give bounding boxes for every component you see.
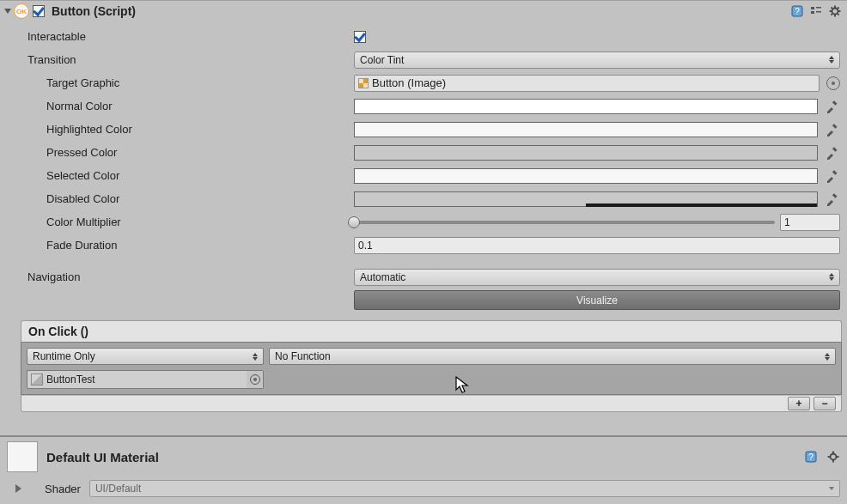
svg-line-13 — [838, 8, 839, 9]
target-graphic-row: Target Graphic Button (Image) — [21, 71, 842, 94]
remove-event-button[interactable]: − — [813, 397, 836, 410]
onclick-event-block: On Click () Runtime Only ButtonTest — [21, 320, 842, 412]
selected-color-label: Selected Color — [21, 169, 354, 182]
normal-color-label: Normal Color — [21, 100, 354, 112]
pressed-color-label: Pressed Color — [21, 146, 354, 159]
selected-color-row: Selected Color — [21, 164, 842, 187]
component-title: Button (Script) — [52, 4, 787, 18]
normal-color-field[interactable] — [354, 99, 818, 114]
transition-label: Transition — [21, 53, 354, 66]
svg-rect-4 — [816, 7, 821, 9]
component-header: OK Button (Script) ? — [0, 0, 847, 21]
target-graphic-field[interactable]: Button (Image) — [354, 75, 820, 92]
help-icon[interactable]: ? — [790, 4, 804, 18]
function-value: No Function — [275, 350, 331, 362]
color-multiplier-value[interactable]: 1 — [780, 214, 840, 231]
navigation-dropdown[interactable]: Automatic — [354, 269, 840, 286]
highlighted-color-field[interactable] — [354, 122, 818, 137]
svg-rect-15 — [832, 100, 838, 106]
fade-duration-row: Fade Duration 0.1 — [21, 234, 842, 257]
material-preview — [7, 441, 38, 472]
svg-rect-2 — [811, 7, 814, 9]
add-event-button[interactable]: + — [788, 397, 810, 410]
visualize-row: Visualize — [21, 288, 842, 312]
chevron-updown-icon — [828, 56, 834, 64]
preset-icon[interactable] — [809, 4, 823, 18]
eyedropper-icon[interactable] — [825, 145, 840, 161]
chevron-down-icon — [829, 487, 834, 490]
eyedropper-icon[interactable] — [825, 99, 840, 114]
interactable-row: Interactable — [21, 25, 842, 48]
gear-icon[interactable] — [826, 450, 840, 464]
shader-value: UI/Default — [95, 483, 141, 495]
image-asset-icon — [358, 78, 369, 88]
disabled-color-row: Disabled Color — [21, 187, 842, 210]
event-object-field[interactable]: ButtonTest — [27, 370, 247, 389]
slider-thumb[interactable] — [348, 216, 360, 228]
script-ok-badge: OK — [14, 3, 29, 19]
gameobject-icon — [31, 373, 43, 386]
interactable-label: Interactable — [21, 30, 354, 43]
component-enabled-checkbox[interactable] — [33, 5, 45, 17]
normal-color-row: Normal Color — [21, 94, 842, 118]
eyedropper-icon[interactable] — [825, 191, 840, 207]
event-object-picker[interactable] — [247, 370, 264, 389]
eyedropper-icon[interactable] — [825, 122, 840, 137]
transition-value: Color Tint — [360, 54, 404, 66]
object-picker-icon — [250, 374, 260, 385]
color-multiplier-slider[interactable] — [354, 221, 775, 224]
object-picker-icon[interactable] — [826, 76, 840, 90]
disabled-color-label: Disabled Color — [21, 192, 354, 205]
interactable-checkbox[interactable] — [354, 31, 366, 43]
event-object-value: ButtonTest — [46, 373, 95, 386]
target-graphic-value: Button (Image) — [372, 76, 446, 89]
transition-dropdown[interactable]: Color Tint — [354, 52, 840, 69]
shader-dropdown[interactable]: UI/Default — [89, 480, 840, 497]
onclick-header: On Click () — [21, 320, 842, 342]
runtime-dropdown[interactable]: Runtime Only — [27, 348, 264, 365]
highlighted-color-row: Highlighted Color — [21, 118, 842, 141]
transition-row: Transition Color Tint — [21, 48, 842, 71]
function-dropdown[interactable]: No Function — [269, 348, 836, 365]
selected-color-field[interactable] — [354, 168, 818, 184]
help-icon[interactable]: ? — [804, 450, 818, 464]
svg-rect-17 — [832, 147, 838, 152]
navigation-label: Navigation — [21, 270, 354, 283]
highlighted-color-label: Highlighted Color — [21, 123, 354, 136]
svg-line-14 — [832, 14, 833, 15]
svg-rect-3 — [811, 11, 814, 14]
color-multiplier-label: Color Multiplier — [21, 216, 354, 228]
chevron-updown-icon — [252, 353, 258, 361]
material-foldout[interactable] — [15, 484, 21, 493]
shader-label: Shader — [45, 483, 81, 495]
svg-text:?: ? — [795, 7, 800, 16]
svg-line-12 — [838, 14, 839, 15]
svg-point-6 — [832, 9, 838, 15]
runtime-value: Runtime Only — [33, 350, 95, 362]
svg-rect-5 — [816, 11, 821, 13]
chevron-updown-icon — [824, 353, 830, 361]
chevron-updown-icon — [828, 273, 834, 281]
color-multiplier-row: Color Multiplier 1 — [21, 210, 842, 234]
svg-rect-18 — [832, 170, 838, 175]
pressed-color-field[interactable] — [354, 145, 818, 161]
eyedropper-icon[interactable] — [825, 168, 840, 184]
svg-rect-19 — [832, 193, 838, 198]
material-panel: Default UI Material ? Shader UI/Default — [0, 435, 847, 504]
material-title: Default UI Material — [46, 450, 795, 465]
disabled-color-field[interactable] — [354, 191, 818, 207]
foldout-toggle[interactable] — [4, 9, 11, 14]
target-graphic-label: Target Graphic — [21, 76, 354, 89]
navigation-row: Navigation Automatic — [21, 265, 842, 288]
svg-text:?: ? — [808, 452, 813, 462]
fade-duration-label: Fade Duration — [21, 239, 354, 252]
svg-point-22 — [831, 454, 837, 460]
fade-duration-field[interactable]: 0.1 — [354, 237, 840, 254]
svg-rect-16 — [832, 124, 838, 129]
visualize-button[interactable]: Visualize — [354, 290, 840, 310]
pressed-color-row: Pressed Color — [21, 141, 842, 164]
navigation-value: Automatic — [360, 271, 405, 283]
gear-icon[interactable] — [828, 4, 842, 18]
svg-line-11 — [832, 8, 833, 9]
